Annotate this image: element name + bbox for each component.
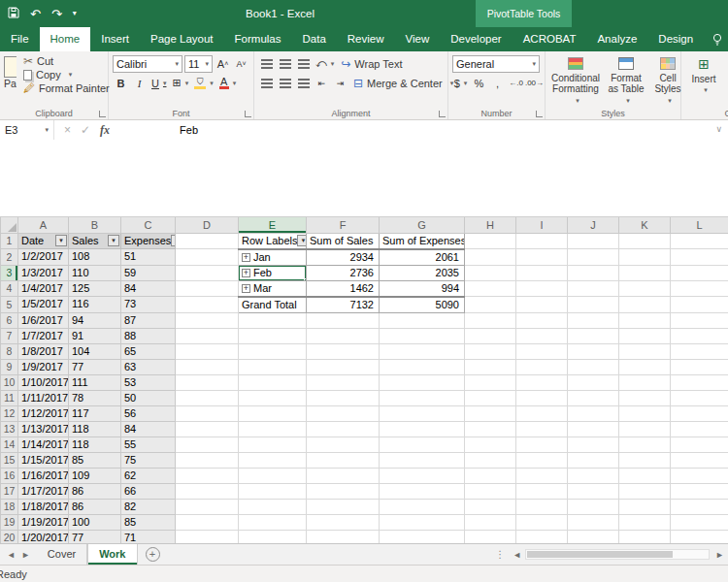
horizontal-scrollbar[interactable]	[525, 549, 710, 560]
cell-B19[interactable]: 100	[69, 514, 121, 530]
cell-L2[interactable]	[671, 249, 728, 266]
row-header-7[interactable]: 7	[1, 328, 18, 343]
cell-E2[interactable]: +Jan	[239, 249, 307, 266]
cell-F8[interactable]	[307, 343, 380, 359]
row-header-9[interactable]: 9	[1, 359, 18, 374]
sheet-tab-cover[interactable]: Cover	[37, 544, 87, 565]
cell-K3[interactable]	[619, 265, 671, 280]
cell-J7[interactable]	[568, 328, 619, 343]
cell-K14[interactable]	[619, 436, 671, 452]
horizontal-scrollbar-thumb[interactable]	[527, 551, 673, 558]
cell-H15[interactable]	[465, 452, 516, 468]
cell-I7[interactable]	[516, 328, 568, 343]
cell-K7[interactable]	[619, 328, 671, 343]
cell-I9[interactable]	[516, 359, 568, 374]
row-header-6[interactable]: 6	[1, 312, 18, 328]
cell-K17[interactable]	[619, 483, 671, 499]
cell-H5[interactable]	[465, 297, 516, 313]
cell-D2[interactable]	[176, 249, 239, 266]
tell-me-box[interactable]: Tell me what you want to do...	[711, 27, 728, 51]
cell-J6[interactable]	[568, 312, 619, 328]
cell-I16[interactable]	[516, 468, 568, 483]
cell-H1[interactable]	[465, 233, 516, 249]
cell-A10[interactable]: 1/10/2017	[18, 374, 69, 390]
insert-cells-button[interactable]: ⊞ Insert▾	[685, 54, 722, 106]
row-header-20[interactable]: 20	[1, 530, 18, 543]
cell-H19[interactable]	[465, 514, 516, 530]
font-size-combo[interactable]: 11▾	[184, 55, 213, 73]
borders-button[interactable]: ⊞▾	[170, 75, 190, 91]
cell-F17[interactable]	[307, 483, 380, 499]
cancel-formula-icon[interactable]: ×	[64, 123, 71, 137]
cell-B6[interactable]: 94	[69, 312, 121, 328]
cell-A13[interactable]: 1/13/2017	[18, 421, 69, 436]
cell-H10[interactable]	[465, 374, 516, 390]
cell-E20[interactable]	[239, 530, 307, 543]
cell-K18[interactable]	[619, 499, 671, 514]
cell-A12[interactable]: 1/12/2017	[18, 405, 69, 421]
insert-function-icon[interactable]: fx	[100, 123, 110, 138]
cell-I17[interactable]	[516, 483, 568, 499]
cell-C3[interactable]: 59	[121, 265, 176, 280]
cell-B7[interactable]: 91	[69, 328, 121, 343]
column-header-d[interactable]: D	[176, 217, 239, 233]
cell-C12[interactable]: 56	[121, 405, 176, 421]
cell-L4[interactable]	[671, 280, 728, 297]
ribbon-tab-analyze[interactable]: Analyze	[586, 27, 647, 51]
column-header-g[interactable]: G	[380, 217, 465, 233]
cell-L9[interactable]	[671, 359, 728, 374]
ribbon-tab-developer[interactable]: Developer	[440, 27, 512, 51]
cell-L6[interactable]	[671, 312, 728, 328]
cell-J5[interactable]	[568, 297, 619, 313]
cell-D11[interactable]	[176, 390, 239, 405]
cell-K10[interactable]	[619, 374, 671, 390]
ribbon-tab-file[interactable]: File	[0, 27, 40, 51]
cell-D10[interactable]	[176, 374, 239, 390]
expand-button-feb[interactable]: +	[242, 269, 250, 277]
cell-F15[interactable]	[307, 452, 380, 468]
cell-G17[interactable]	[380, 483, 465, 499]
cell-I6[interactable]	[516, 312, 568, 328]
cell-A11[interactable]: 1/11/2017	[18, 390, 69, 405]
cell-B1[interactable]: Sales▼	[69, 233, 121, 249]
ribbon-tab-view[interactable]: View	[395, 27, 441, 51]
new-sheet-button[interactable]: +	[146, 547, 160, 562]
increase-font-size-button[interactable]: A˄	[215, 55, 231, 72]
row-header-12[interactable]: 12	[1, 405, 18, 421]
next-sheet-icon[interactable]: ►	[21, 550, 30, 560]
cell-D18[interactable]	[176, 499, 239, 514]
cell-E1[interactable]: Row Labels▼	[239, 233, 307, 249]
cell-A3[interactable]: 1/3/2017	[18, 265, 69, 280]
cell-B13[interactable]: 118	[69, 421, 121, 436]
cell-G16[interactable]	[380, 468, 465, 483]
row-header-14[interactable]: 14	[1, 436, 18, 452]
cell-J18[interactable]	[568, 499, 619, 514]
cell-K16[interactable]	[619, 468, 671, 483]
cell-L16[interactable]	[671, 468, 728, 483]
name-box-dropdown-icon[interactable]: ▾	[45, 126, 49, 134]
merge-center-button[interactable]: ⊟Merge & Center▾	[350, 77, 456, 90]
cell-F11[interactable]	[307, 390, 380, 405]
cell-B8[interactable]: 104	[69, 343, 121, 359]
cell-H14[interactable]	[465, 436, 516, 452]
cell-I20[interactable]	[516, 530, 568, 543]
cell-A2[interactable]: 1/2/2017	[18, 249, 69, 266]
expand-button-jan[interactable]: +	[242, 253, 250, 262]
column-header-j[interactable]: J	[568, 217, 619, 233]
cell-H13[interactable]	[465, 421, 516, 436]
cell-G4[interactable]: 994	[380, 280, 465, 297]
cell-K12[interactable]	[619, 405, 671, 421]
cell-K15[interactable]	[619, 452, 671, 468]
cell-E10[interactable]	[239, 374, 307, 390]
cell-K6[interactable]	[619, 312, 671, 328]
cell-L5[interactable]	[671, 297, 728, 313]
cell-H20[interactable]	[465, 530, 516, 543]
cell-L17[interactable]	[671, 483, 728, 499]
row-header-11[interactable]: 11	[1, 390, 18, 405]
cell-E9[interactable]	[239, 359, 307, 374]
cell-E16[interactable]	[239, 468, 307, 483]
cell-I11[interactable]	[516, 390, 568, 405]
cell-A8[interactable]: 1/8/2017	[18, 343, 69, 359]
enter-formula-icon[interactable]: ✓	[81, 123, 90, 137]
cell-D19[interactable]	[176, 514, 239, 530]
